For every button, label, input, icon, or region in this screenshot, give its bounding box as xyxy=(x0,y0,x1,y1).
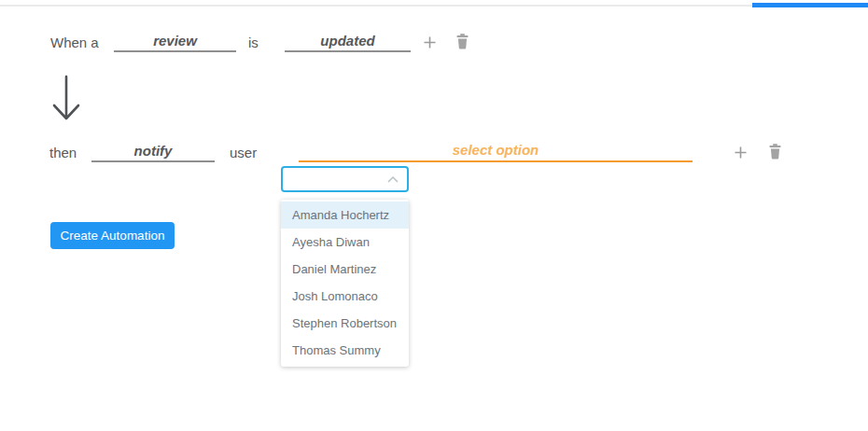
dropdown-option[interactable]: Amanda Hochertz xyxy=(281,202,409,229)
add-trigger-button[interactable] xyxy=(420,33,439,51)
create-automation-button[interactable]: Create Automation xyxy=(50,222,175,249)
trash-icon xyxy=(455,33,470,50)
delete-action-button[interactable] xyxy=(765,142,784,160)
chevron-up-icon[interactable] xyxy=(386,175,399,184)
plus-icon xyxy=(733,145,749,160)
trigger-connector-label: is xyxy=(248,34,259,52)
trigger-prefix-label: When a xyxy=(50,34,99,52)
flow-arrow xyxy=(51,75,83,123)
dropdown-option[interactable]: Daniel Martinez xyxy=(281,256,409,283)
arrow-down-icon xyxy=(51,75,83,123)
dropdown-option[interactable]: Thomas Summy xyxy=(281,337,409,364)
add-action-button[interactable] xyxy=(731,143,749,161)
action-prefix-label: then xyxy=(49,144,77,162)
plus-icon xyxy=(422,35,438,50)
action-input[interactable]: notify xyxy=(91,142,215,162)
user-select-field[interactable]: select option xyxy=(299,140,693,162)
trigger-entity-input[interactable]: review xyxy=(114,32,236,52)
user-select-search-box[interactable] xyxy=(281,166,409,192)
dropdown-option[interactable]: Josh Lomonaco xyxy=(281,283,409,310)
delete-trigger-button[interactable] xyxy=(453,32,471,50)
dropdown-option[interactable]: Ayesha Diwan xyxy=(281,229,409,256)
dropdown-option[interactable]: Stephen Robertson xyxy=(281,310,409,337)
trash-icon xyxy=(767,143,783,160)
user-select-dropdown: Amanda Hochertz Ayesha Diwan Daniel Mart… xyxy=(281,200,409,367)
automation-builder: When a review is updated then notify use… xyxy=(0,0,868,431)
trigger-event-input[interactable]: updated xyxy=(285,32,411,52)
active-tab-underline[interactable] xyxy=(752,3,868,7)
action-target-label: user xyxy=(230,144,257,162)
top-divider xyxy=(0,5,868,7)
